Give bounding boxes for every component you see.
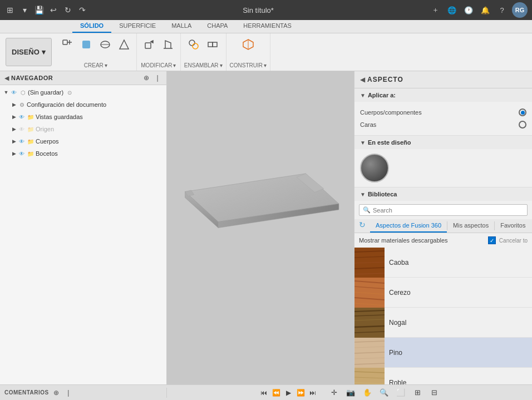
search-input[interactable] [373, 207, 524, 214]
prev-icon[interactable]: ⏪ [271, 388, 281, 398]
vistas-toggle[interactable]: ▶ [10, 113, 18, 121]
ensamblar-label[interactable]: ENSAMBLAR ▾ [184, 62, 223, 68]
tab-solido[interactable]: SÓLIDO [72, 20, 111, 33]
apply-faces-label: Caras [360, 121, 376, 128]
material-row-caoba[interactable]: Caoba [354, 248, 532, 278]
tree-item-origen[interactable]: ▶ 👁 📁 Origen [0, 123, 166, 135]
tab-favoritos[interactable]: Favoritos [495, 219, 531, 233]
save-icon[interactable]: 💾 [33, 4, 45, 16]
show-materials-checkbox[interactable] [488, 236, 496, 244]
root-settings-icon[interactable]: ⊙ [66, 88, 73, 96]
aspect-title: ASPECTO [367, 76, 403, 83]
next-icon[interactable]: ⏩ [295, 388, 306, 398]
user-avatar[interactable]: RG [512, 2, 528, 18]
help-icon[interactable]: ? [495, 3, 509, 17]
material-row-cerezo[interactable]: Cerezo [354, 278, 532, 308]
tree-item-vistas[interactable]: ▶ 👁 📁 Vistas guardadas [0, 111, 166, 123]
modificar-icon-2[interactable] [159, 36, 177, 53]
nav-collapse-icon[interactable]: ◀ [4, 75, 9, 82]
bocetos-toggle[interactable]: ▶ [10, 150, 18, 157]
play-icon[interactable]: ▶ [283, 388, 293, 398]
ensamblar-icon-2[interactable] [204, 36, 221, 53]
modificar-icon-1[interactable] [140, 36, 158, 53]
apply-header[interactable]: ▼ Aplicar a: [354, 88, 532, 102]
file-icon[interactable]: ▾ [19, 4, 30, 16]
tab-fusion[interactable]: Aspectos de Fusion 360 [370, 219, 447, 233]
crear-icon-2[interactable] [77, 36, 95, 53]
tab-superficie[interactable]: SUPERFICIE [111, 20, 164, 33]
redo2-icon[interactable]: ↷ [77, 4, 88, 16]
clock-icon[interactable]: 🕐 [462, 3, 475, 17]
root-toggle[interactable]: ▼ [2, 88, 10, 96]
ensamblar-icon-1[interactable] [185, 36, 203, 53]
timeline-tools: ✛ 📷 ✋ 🔍 ⬜ ⊞ ⊟ [328, 387, 440, 399]
add-icon[interactable]: ＋ [428, 3, 442, 17]
material-row-nogal[interactable]: Nogal [354, 308, 532, 338]
tab-herramientas[interactable]: HERRAMIENTAS [235, 20, 299, 33]
tree-item-config[interactable]: ▶ ⚙ Configuración del documento [0, 98, 166, 111]
material-row-pino[interactable]: Pino [354, 338, 532, 368]
crear-label[interactable]: CREAR ▾ [84, 62, 107, 68]
apply-faces-radio[interactable] [519, 121, 526, 129]
root-visibility-icon[interactable]: 👁 [10, 88, 18, 96]
construir-label[interactable]: CONSTRUIR ▾ [230, 62, 267, 68]
apply-bodies-label: Cuerpos/componentes [360, 109, 422, 116]
viewport-3d[interactable] [167, 71, 354, 384]
display-icon[interactable]: ⊟ [428, 387, 440, 399]
crear-icon-3[interactable] [96, 36, 114, 53]
navigator-title: NAVEGADOR [11, 75, 53, 81]
biblioteca-header[interactable]: ▼ Biblioteca [354, 187, 532, 201]
crear-icon-1[interactable] [58, 36, 76, 53]
grid-icon[interactable]: ⊞ [4, 4, 16, 16]
view-icon[interactable]: ⬜ [395, 387, 407, 399]
playback-controls: ⏮ ⏪ ▶ ⏩ ⏭ [259, 388, 318, 398]
nav-more-icon[interactable]: | [153, 73, 162, 82]
design-header[interactable]: ▼ En este diseño [354, 136, 532, 149]
nogal-name: Nogal [389, 319, 406, 327]
crear-icon-4[interactable] [115, 36, 133, 53]
cuerpos-toggle[interactable]: ▶ [10, 137, 18, 145]
modificar-label[interactable]: MODIFICAR ▾ [141, 62, 176, 68]
design-material-preview[interactable] [360, 154, 389, 182]
nav-header-icons: ⊕ | [142, 73, 162, 82]
material-tabs: ↻ Aspectos de Fusion 360 Mis aspectos Fa… [354, 219, 532, 233]
material-row-roble[interactable]: Roble [354, 368, 532, 384]
bocetos-visibility-icon[interactable]: 👁 [18, 150, 26, 157]
config-gear-icon[interactable]: ⚙ [18, 101, 26, 108]
config-toggle[interactable]: ▶ [10, 101, 18, 108]
apply-bodies-radio[interactable] [519, 108, 526, 116]
design-collapse-icon: ▼ [360, 140, 366, 146]
design-button[interactable]: DISEÑO ▾ [6, 38, 52, 66]
ribbon-group-crear: CREAR ▾ [55, 33, 137, 71]
comments-more-icon[interactable]: | [63, 388, 73, 398]
origen-toggle[interactable]: ▶ [10, 125, 18, 133]
tab-malla[interactable]: MALLA [164, 20, 199, 33]
tree-item-cuerpos[interactable]: ▶ 👁 📁 Cuerpos [0, 135, 166, 147]
globe-icon[interactable]: 🌐 [445, 3, 459, 17]
undo-icon[interactable]: ↩ [48, 4, 59, 16]
tree-item-bocetos[interactable]: ▶ 👁 📁 Bocetos [0, 147, 166, 160]
vistas-visibility-icon[interactable]: 👁 [18, 113, 26, 121]
nav-pin-icon[interactable]: ⊕ [142, 73, 151, 82]
camera-icon[interactable]: 📷 [344, 387, 357, 399]
top-bar: ⊞ ▾ 💾 ↩ ↻ ↷ Sin título* ＋ 🌐 🕐 🔔 ? RG [0, 0, 532, 20]
tree-root[interactable]: ▼ 👁 ⬡ (Sin guardar) ⊙ [0, 86, 166, 98]
pan-icon[interactable]: ✋ [361, 387, 373, 399]
refresh-icon[interactable]: ↻ [357, 219, 368, 230]
material-list: Caoba Cerezo [354, 248, 532, 384]
skip-back-icon[interactable]: ⏮ [259, 388, 269, 398]
tab-chapa[interactable]: CHAPA [199, 20, 235, 33]
redo-icon[interactable]: ↻ [62, 4, 73, 16]
cuerpos-icons: 👁 📁 [18, 137, 35, 145]
construir-icon-1[interactable] [239, 36, 257, 53]
tab-mis[interactable]: Mis aspectos [447, 219, 494, 233]
cuerpos-visibility-icon[interactable]: 👁 [18, 137, 26, 145]
grid-icon[interactable]: ⊞ [411, 387, 423, 399]
origen-visibility-icon[interactable]: 👁 [18, 125, 26, 133]
zoom-icon[interactable]: 🔍 [378, 387, 390, 399]
comments-add-icon[interactable]: ⊕ [51, 388, 61, 398]
apply-content: Cuerpos/componentes Caras [354, 102, 532, 135]
bell-icon[interactable]: 🔔 [479, 3, 492, 17]
move-icon[interactable]: ✛ [328, 387, 340, 399]
skip-forward-icon[interactable]: ⏭ [308, 388, 318, 398]
